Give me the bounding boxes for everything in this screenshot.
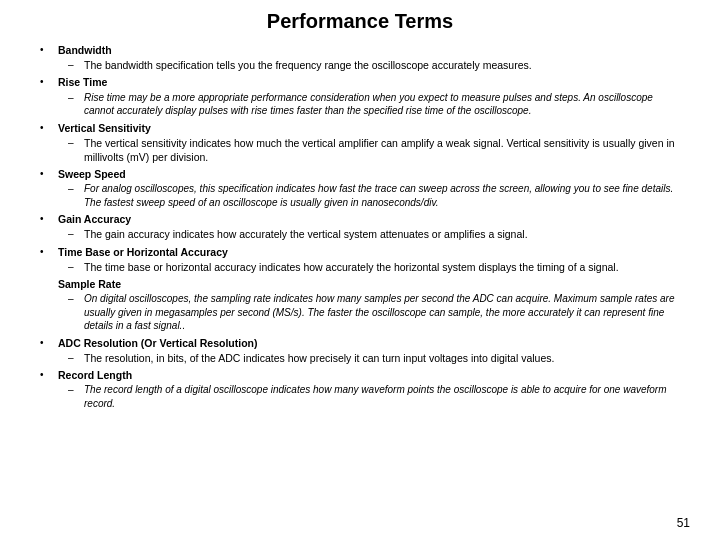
- list-item: • Sweep Speed – For analog oscilloscopes…: [40, 167, 680, 209]
- sub-text: The gain accuracy indicates how accurate…: [84, 227, 680, 241]
- item-body: Sample Rate – On digital oscilloscopes, …: [58, 277, 680, 333]
- list-item: • ADC Resolution (Or Vertical Resolution…: [40, 336, 680, 365]
- sub-text: On digital oscilloscopes, the sampling r…: [84, 292, 680, 333]
- list-item: • Bandwidth – The bandwidth specificatio…: [40, 43, 680, 72]
- bullet-icon: •: [40, 212, 58, 241]
- bullet-icon: •: [40, 336, 58, 365]
- sub-item: – The vertical sensitivity indicates how…: [68, 136, 680, 164]
- item-body: Rise Time – Rise time may be a more appr…: [58, 75, 680, 117]
- bullet-icon: [40, 277, 58, 333]
- dash-icon: –: [68, 182, 84, 209]
- item-title: Time Base or Horizontal Accuracy: [58, 246, 228, 258]
- dash-icon: –: [68, 136, 84, 164]
- sub-item: – Rise time may be a more appropriate pe…: [68, 91, 680, 118]
- item-body: Sweep Speed – For analog oscilloscopes, …: [58, 167, 680, 209]
- sub-item: – On digital oscilloscopes, the sampling…: [68, 292, 680, 333]
- dash-icon: –: [68, 351, 84, 365]
- sub-item: – The record length of a digital oscillo…: [68, 383, 680, 410]
- content-area: • Bandwidth – The bandwidth specificatio…: [40, 43, 680, 410]
- list-item: • Rise Time – Rise time may be a more ap…: [40, 75, 680, 117]
- bullet-icon: •: [40, 368, 58, 410]
- sub-item: – The resolution, in bits, of the ADC in…: [68, 351, 680, 365]
- dash-icon: –: [68, 260, 84, 274]
- dash-icon: –: [68, 58, 84, 72]
- item-body: ADC Resolution (Or Vertical Resolution) …: [58, 336, 680, 365]
- item-title: Bandwidth: [58, 44, 112, 56]
- list-item: • Time Base or Horizontal Accuracy – The…: [40, 245, 680, 274]
- bullet-icon: •: [40, 167, 58, 209]
- vertical-sensitivity-title: Vertical Sensitivity: [58, 122, 151, 134]
- record-length-title: Record Length: [58, 369, 132, 381]
- gain-accuracy-title: Gain Accuracy: [58, 213, 131, 225]
- dash-icon: –: [68, 383, 84, 410]
- bullet-icon: •: [40, 121, 58, 165]
- page-title: Performance Terms: [40, 10, 680, 33]
- sub-text: The vertical sensitivity indicates how m…: [84, 136, 680, 164]
- sub-text: Rise time may be a more appropriate perf…: [84, 91, 680, 118]
- sub-text: The time base or horizontal accuracy ind…: [84, 260, 680, 274]
- sub-item: – The bandwidth specification tells you …: [68, 58, 680, 72]
- dash-icon: –: [68, 227, 84, 241]
- sample-rate-title: Sample Rate: [58, 278, 121, 290]
- item-body: Record Length – The record length of a d…: [58, 368, 680, 410]
- list-item: • Vertical Sensitivity – The vertical se…: [40, 121, 680, 165]
- list-item: • Gain Accuracy – The gain accuracy indi…: [40, 212, 680, 241]
- sub-text: The resolution, in bits, of the ADC indi…: [84, 351, 680, 365]
- bullet-icon: •: [40, 245, 58, 274]
- dash-icon: –: [68, 292, 84, 333]
- page: Performance Terms • Bandwidth – The band…: [0, 0, 720, 540]
- item-body: Vertical Sensitivity – The vertical sens…: [58, 121, 680, 165]
- item-body: Bandwidth – The bandwidth specification …: [58, 43, 680, 72]
- sub-text: For analog oscilloscopes, this specifica…: [84, 182, 680, 209]
- item-title: ADC Resolution (Or Vertical Resolution): [58, 337, 258, 349]
- sub-item: – The gain accuracy indicates how accura…: [68, 227, 680, 241]
- sub-item: – For analog oscilloscopes, this specifi…: [68, 182, 680, 209]
- item-body: Time Base or Horizontal Accuracy – The t…: [58, 245, 680, 274]
- dash-icon: –: [68, 91, 84, 118]
- sub-item: – The time base or horizontal accuracy i…: [68, 260, 680, 274]
- item-body: Gain Accuracy – The gain accuracy indica…: [58, 212, 680, 241]
- bullet-icon: •: [40, 75, 58, 117]
- sub-text: The bandwidth specification tells you th…: [84, 58, 680, 72]
- sub-text: The record length of a digital oscillosc…: [84, 383, 680, 410]
- item-title: Sweep Speed: [58, 168, 126, 180]
- list-item: Sample Rate – On digital oscilloscopes, …: [40, 277, 680, 333]
- bullet-icon: •: [40, 43, 58, 72]
- page-number: 51: [677, 516, 690, 530]
- item-title: Rise Time: [58, 76, 107, 88]
- list-item: • Record Length – The record length of a…: [40, 368, 680, 410]
